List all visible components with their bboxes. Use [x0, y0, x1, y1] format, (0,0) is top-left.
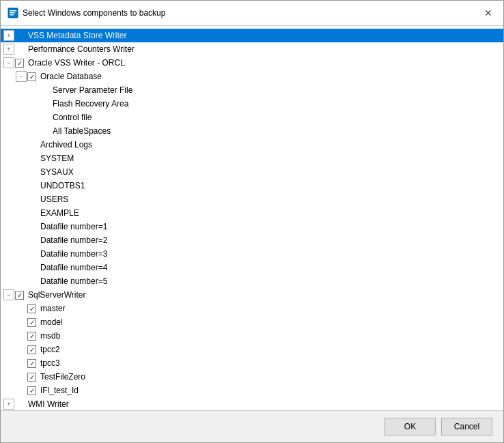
tree-item-undotbs1[interactable]: UNDOTBS1	[1, 179, 503, 192]
tree-item-datafile5[interactable]: Datafile number=5	[1, 274, 503, 288]
expander-none	[16, 221, 27, 232]
close-button[interactable]: ✕	[480, 5, 496, 21]
tree-item-tpcc2[interactable]: tpcc2	[1, 343, 503, 356]
expander-expand[interactable]: +	[3, 44, 14, 55]
checkbox-checked[interactable]	[27, 345, 36, 354]
tree-item-server_param[interactable]: Server Parameter File	[1, 83, 503, 97]
expander-none	[16, 262, 27, 273]
expander-none	[28, 98, 39, 109]
tree-item-datafile1[interactable]: Datafile number=1	[1, 220, 503, 233]
tree-item-msdb[interactable]: msdb	[1, 329, 503, 343]
tree-item-testfilezero[interactable]: TestFileZero	[1, 370, 503, 384]
item-label: tpcc2	[40, 345, 60, 354]
item-label: Server Parameter File	[53, 85, 132, 95]
tree-item-vss[interactable]: +VSS Metadata Store Writer	[1, 29, 503, 42]
checkbox-none	[27, 167, 38, 177]
tree-item-ifl_test_id[interactable]: IFl_test_Id	[1, 384, 503, 397]
tree-item-datafile4[interactable]: Datafile number=4	[1, 261, 503, 274]
tree-item-oracle_db[interactable]: −Oracle Database	[1, 70, 503, 83]
item-label: Datafile number=3	[40, 249, 107, 259]
checkbox-checked[interactable]	[27, 304, 36, 313]
dialog-footer: OK Cancel	[1, 410, 503, 442]
tree-item-example[interactable]: EXAMPLE	[1, 206, 503, 220]
tree-item-model[interactable]: model	[1, 315, 503, 329]
tree-item-master[interactable]: master	[1, 302, 503, 315]
cancel-button[interactable]: Cancel	[441, 418, 492, 435]
item-label: Oracle VSS Writer - ORCL	[28, 58, 125, 68]
svg-rect-1	[10, 10, 16, 12]
item-label: master	[40, 304, 66, 313]
tree-item-all_tablespaces[interactable]: All TableSpaces	[1, 124, 503, 138]
expander-none	[16, 139, 27, 150]
expander-none	[16, 330, 27, 341]
expander-expand[interactable]: +	[3, 30, 14, 41]
item-label: msdb	[40, 331, 60, 341]
checkbox-none	[27, 262, 38, 273]
checkbox-none	[15, 44, 26, 55]
checkbox-checked[interactable]	[15, 59, 24, 68]
tree-container[interactable]: +VSS Metadata Store Writer+Performance C…	[1, 26, 503, 410]
expander-none	[16, 358, 27, 369]
expander-none	[16, 303, 27, 314]
tree-item-users[interactable]: USERS	[1, 192, 503, 206]
item-label: tpcc3	[40, 358, 60, 368]
tree-item-datafile3[interactable]: Datafile number=3	[1, 247, 503, 261]
expander-none	[16, 180, 27, 191]
item-label: USERS	[40, 195, 68, 204]
item-label: Datafile number=1	[40, 222, 107, 231]
expander-none	[28, 85, 39, 96]
checkbox-checked[interactable]	[27, 359, 36, 368]
checkbox-none	[27, 180, 38, 191]
expander-none	[16, 194, 27, 205]
checkbox-checked[interactable]	[27, 318, 36, 327]
checkbox-checked[interactable]	[27, 72, 36, 81]
expander-none	[16, 153, 27, 164]
tree-item-sql_server[interactable]: −SqlServerWriter	[1, 288, 503, 302]
ok-button[interactable]: OK	[384, 418, 436, 435]
tree-item-flash_recovery[interactable]: Flash Recovery Area	[1, 97, 503, 111]
tree-item-tpcc3[interactable]: tpcc3	[1, 356, 503, 370]
tree-item-archived_logs[interactable]: Archived Logs	[1, 138, 503, 152]
checkbox-checked[interactable]	[27, 332, 36, 341]
expander-collapse[interactable]: −	[16, 71, 27, 82]
item-label: Flash Recovery Area	[53, 99, 128, 109]
expander-none	[16, 167, 27, 177]
checkbox-checked[interactable]	[27, 386, 36, 395]
item-label: TestFileZero	[40, 372, 85, 382]
checkbox-none	[40, 85, 51, 96]
tree-item-datafile2[interactable]: Datafile number=2	[1, 233, 503, 247]
expander-none	[16, 385, 27, 396]
item-label: Performance Counters Writer	[28, 44, 135, 54]
checkbox-none	[27, 248, 38, 259]
tree-item-control_file[interactable]: Control file	[1, 111, 503, 124]
expander-none	[28, 112, 39, 123]
item-label: WMI Writer	[28, 399, 69, 409]
checkbox-none	[27, 221, 38, 232]
item-label: IFl_test_Id	[40, 386, 79, 395]
tree-item-sysaux[interactable]: SYSAUX	[1, 165, 503, 179]
expander-expand[interactable]: +	[3, 399, 14, 410]
checkbox-none	[40, 126, 51, 137]
expander-collapse[interactable]: −	[3, 57, 14, 68]
expander-none	[16, 371, 27, 382]
tree-item-perf[interactable]: +Performance Counters Writer	[1, 42, 503, 56]
svg-rect-3	[10, 14, 14, 16]
checkbox-checked[interactable]	[15, 291, 24, 300]
checkbox-none	[27, 235, 38, 246]
item-label: Control file	[53, 113, 92, 122]
item-label: Archived Logs	[40, 140, 92, 149]
checkbox-none	[27, 153, 38, 164]
titlebar: Select Windows components to backup ✕	[1, 1, 503, 26]
item-label: All TableSpaces	[53, 126, 111, 136]
expander-collapse[interactable]: −	[3, 289, 14, 300]
expander-none	[16, 208, 27, 218]
svg-rect-2	[10, 12, 15, 14]
item-label: SYSTEM	[40, 154, 74, 163]
tree-item-system[interactable]: SYSTEM	[1, 152, 503, 165]
checkbox-checked[interactable]	[27, 373, 36, 382]
tree-item-oracle_vss[interactable]: −Oracle VSS Writer - ORCL	[1, 56, 503, 70]
tree-item-wmi_writer[interactable]: +WMI Writer	[1, 397, 503, 410]
item-label: Oracle Database	[40, 72, 102, 81]
item-label: SYSAUX	[40, 167, 74, 177]
item-label: Datafile number=2	[40, 235, 107, 245]
